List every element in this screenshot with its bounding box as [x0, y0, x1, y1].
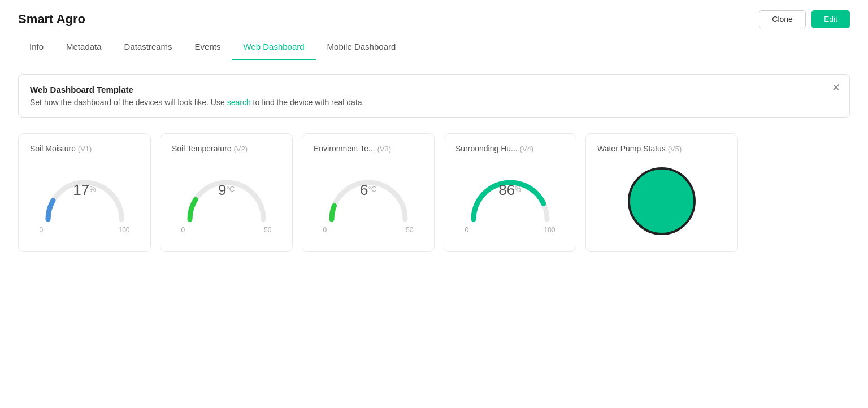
- widget-water-pump-status: Water Pump Status (V5): [585, 133, 738, 252]
- banner-title: Web Dashboard Template: [30, 85, 838, 94]
- tab-events[interactable]: Events: [184, 34, 232, 60]
- gauge-max-soil-temperature: 50: [264, 226, 271, 234]
- gauge-value-environment-temp: 6: [360, 181, 368, 198]
- banner-text: Set how the dashboard of the devices wil…: [30, 98, 838, 107]
- gauge-value-surrounding-humidity: 86: [498, 181, 515, 198]
- widget-pin-soil-temperature: (V2): [233, 145, 248, 153]
- app-title: Smart Agro: [18, 12, 85, 27]
- tab-info[interactable]: Info: [18, 34, 55, 60]
- gauge-max-soil-moisture: 100: [118, 226, 129, 234]
- status-widget-water-pump-status: [597, 160, 726, 242]
- gauge-min-surrounding-humidity: 0: [465, 226, 469, 234]
- widget-pin-surrounding-humidity: (V4): [520, 145, 534, 153]
- widget-title-surrounding-humidity: Surrounding Hu... (V4): [455, 144, 565, 153]
- tab-datastreams[interactable]: Datastreams: [113, 34, 184, 60]
- gauge-wrapper-soil-temperature: 9°C050: [172, 160, 281, 242]
- widget-title-water-pump-status: Water Pump Status (V5): [597, 144, 726, 153]
- gauge-range-soil-temperature: 050: [181, 226, 272, 234]
- gauge-value-container-surrounding-humidity: 86%: [498, 181, 521, 199]
- nav-tabs: Info Metadata Datastreams Events Web Das…: [0, 34, 868, 60]
- edit-button[interactable]: Edit: [811, 10, 850, 28]
- gauge-min-soil-moisture: 0: [40, 226, 44, 234]
- gauge-range-soil-moisture: 0100: [40, 226, 130, 234]
- status-circle-water-pump-status: [628, 167, 696, 235]
- info-banner: Web Dashboard Template Set how the dashb…: [18, 74, 850, 118]
- widget-pin-water-pump-status: (V5): [668, 145, 682, 153]
- page-header: Smart Agro Clone Edit: [0, 0, 868, 28]
- gauge-value-container-soil-temperature: 9°C: [218, 181, 235, 199]
- gauge-unit-environment-temp: °C: [368, 185, 376, 193]
- tab-web-dashboard[interactable]: Web Dashboard: [232, 34, 315, 60]
- gauge-value-soil-moisture: 17: [73, 181, 89, 198]
- main-content: Web Dashboard Template Set how the dashb…: [0, 60, 868, 266]
- widget-soil-temperature: Soil Temperature (V2) 9°C050: [160, 133, 293, 252]
- clone-button[interactable]: Clone: [759, 10, 806, 28]
- gauge-max-environment-temp: 50: [406, 226, 413, 234]
- widget-environment-temp: Environment Te... (V3) 6°C050: [302, 133, 435, 252]
- widget-title-environment-temp: Environment Te... (V3): [314, 144, 423, 153]
- gauge-range-environment-temp: 050: [323, 226, 414, 234]
- widget-pin-environment-temp: (V3): [377, 145, 392, 153]
- gauge-range-surrounding-humidity: 0100: [465, 226, 555, 234]
- widgets-grid: Soil Moisture (V1) 17%0100Soil Temperatu…: [18, 133, 850, 252]
- header-buttons: Clone Edit: [759, 10, 850, 28]
- widget-soil-moisture: Soil Moisture (V1) 17%0100: [18, 133, 151, 252]
- gauge-min-environment-temp: 0: [323, 226, 327, 234]
- gauge-unit-soil-temperature: °C: [226, 185, 235, 193]
- banner-text-after: to find the device with real data.: [251, 98, 364, 107]
- gauge-wrapper-soil-moisture: 17%0100: [30, 160, 139, 242]
- widget-pin-soil-moisture: (V1): [78, 145, 92, 153]
- banner-close-button[interactable]: ✕: [832, 83, 840, 93]
- gauge-wrapper-environment-temp: 6°C050: [314, 160, 423, 242]
- gauge-value-container-soil-moisture: 17%: [73, 181, 96, 199]
- gauge-unit-surrounding-humidity: %: [515, 185, 522, 193]
- tab-mobile-dashboard[interactable]: Mobile Dashboard: [316, 34, 407, 60]
- widget-surrounding-humidity: Surrounding Hu... (V4) 86%0100: [444, 133, 576, 252]
- gauge-unit-soil-moisture: %: [89, 185, 96, 193]
- gauge-wrapper-surrounding-humidity: 86%0100: [455, 160, 565, 242]
- tab-metadata[interactable]: Metadata: [55, 34, 113, 60]
- gauge-value-container-environment-temp: 6°C: [360, 181, 376, 199]
- widget-title-soil-temperature: Soil Temperature (V2): [172, 144, 281, 153]
- gauge-value-soil-temperature: 9: [218, 181, 226, 198]
- gauge-min-soil-temperature: 0: [181, 226, 185, 234]
- widget-title-soil-moisture: Soil Moisture (V1): [30, 144, 139, 153]
- gauge-max-surrounding-humidity: 100: [544, 226, 555, 234]
- banner-text-before: Set how the dashboard of the devices wil…: [30, 98, 227, 107]
- banner-search-link[interactable]: search: [227, 98, 251, 107]
